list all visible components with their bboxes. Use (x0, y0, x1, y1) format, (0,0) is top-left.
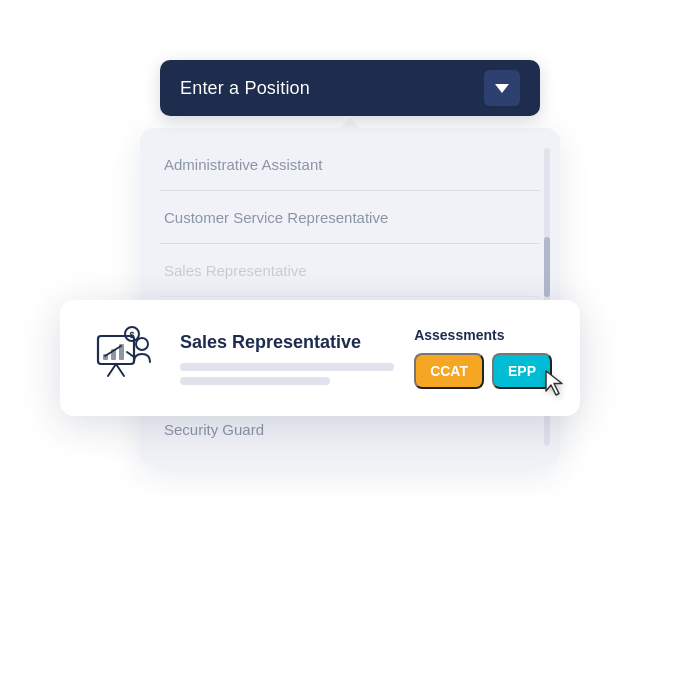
scene: Enter a Position Administrative Assistan… (70, 60, 630, 640)
list-item-sales-rep[interactable]: Sales Representative (140, 244, 560, 297)
list-item[interactable]: Administrative Assistant (140, 138, 560, 191)
epp-badge[interactable]: EPP (492, 353, 552, 389)
featured-title: Sales Representative (180, 332, 394, 353)
assessments-label: Assessments (414, 327, 504, 343)
svg-line-1 (108, 364, 116, 376)
list-item[interactable]: Customer Service Representative (140, 191, 560, 244)
position-dropdown[interactable]: Enter a Position (160, 60, 540, 116)
description-line (180, 377, 330, 385)
chevron-down-icon (484, 70, 520, 106)
dropdown-label: Enter a Position (180, 78, 310, 99)
cursor-icon (544, 369, 566, 397)
svg-text:$: $ (129, 330, 134, 340)
featured-lines (180, 363, 394, 385)
sales-rep-icon: $ (88, 322, 160, 394)
assessments-badges: CCAT EPP (414, 353, 552, 389)
ccat-badge[interactable]: CCAT (414, 353, 484, 389)
description-line (180, 363, 394, 371)
svg-point-6 (136, 338, 148, 350)
chevron-shape (495, 84, 509, 93)
featured-card: $ Sales Representative Assessments CCAT … (60, 300, 580, 416)
featured-content: Sales Representative (180, 332, 394, 385)
assessments-section: Assessments CCAT EPP (414, 327, 552, 389)
svg-line-2 (116, 364, 124, 376)
